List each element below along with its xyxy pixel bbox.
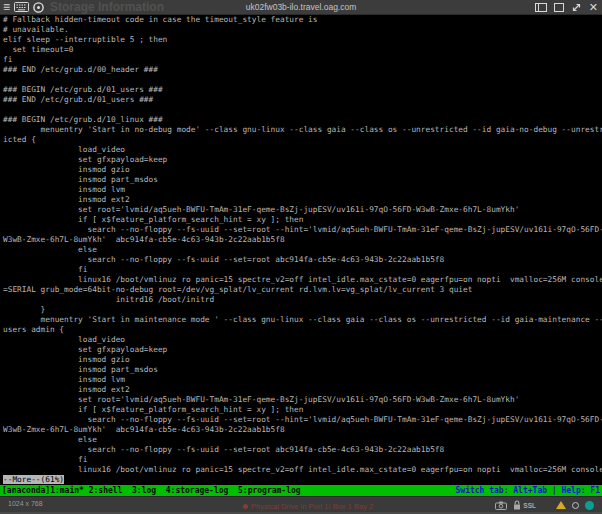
virtual-media-disc-icon[interactable] [33,2,44,13]
tmux-help-hint: Switch tab: Alt+Tab | Help: F1 [456,485,601,496]
terminal-line: if [ x$feature_platform_search_hint = xy… [3,215,602,225]
terminal-line: insmod ext2 [3,195,602,205]
more-prompt-line: --More--(61%) [3,475,602,485]
terminal-line: set gfxpayload=keep [3,345,602,355]
terminal-line: ### END /etc/grub.d/01_users ### [3,95,602,105]
terminal-line: else [3,435,602,445]
terminal-line: insmod part_msdos [3,175,602,185]
terminal-line: insmod lvm [3,375,602,385]
health-status-icon[interactable] [585,501,594,510]
storage-information-watermark: Storage Information [50,0,164,14]
terminal-line: set gfxpayload=keep [3,155,602,165]
title-bar: ≡ Storage Information uk02fw03b-ilo.trav… [0,0,602,15]
warning-triangle-icon[interactable] [556,501,566,509]
sidebar-toggle-icon[interactable] [535,3,547,12]
terminal-line: =SERIAL grub_mode=64bit-no-debug root=/d… [3,285,602,295]
fullscreen-expand-icon[interactable] [571,2,582,13]
tmux-status-bar: [anaconda]1:main* 2:shell 3:log 4:storag… [0,485,602,496]
status-ring-icon[interactable] [572,502,579,509]
terminal-line: W3wB-Zmxe-6h7L-8umYkh' abc914fa-cb5e-4c6… [3,425,602,435]
terminal-line: menuentry 'Start in no-debug mode' --cla… [3,125,602,135]
resolution-label: 1024 x 768 [8,500,43,507]
ssl-label: SSL [523,502,536,509]
terminal-line: fi [3,265,602,275]
terminal-line: users admin { [3,325,602,335]
terminal-line: insmod lvm [3,185,602,195]
terminal-line: linux16 /boot/vmlinuz ro panic=15 spectr… [3,275,602,285]
terminal-line: ### BEGIN /etc/grub.d/01_users ### [3,85,602,95]
terminal-line: icted { [3,135,602,145]
terminal-line: else [3,245,602,255]
drive-status-watermark: Physical Drive in Port 1I Box 1 Bay 2 [243,502,373,511]
console-screen[interactable]: # Fallback hidden-timeout code in case t… [0,15,602,485]
terminal-line: insmod ext2 [3,385,602,395]
terminal-line: fi [3,55,602,65]
keyboard-icon[interactable] [14,2,29,12]
drive-status-text: Physical Drive in Port 1I Box 1 Bay 2 [251,502,373,511]
terminal-line: elif sleep --interruptible 5 ; then [3,35,602,45]
screenshot-camera-icon[interactable] [495,501,507,510]
terminal-line: W3wB-Zmxe-6h7L-8umYkh' abc914fa-cb5e-4c6… [3,235,602,245]
terminal-line: insmod part_msdos [3,365,602,375]
menu-icon[interactable]: ≡ [3,1,10,13]
terminal-line: search --no-floppy --fs-uuid --set=root … [3,415,602,425]
terminal-line [3,75,602,85]
maximize-icon[interactable] [554,3,564,12]
drive-status-dot-icon [243,504,248,509]
more-prompt: --More--(61%) [3,475,64,484]
terminal-line: search --no-floppy --fs-uuid --set=root … [3,255,602,265]
terminal-line: # Fallback hidden-timeout code in case t… [3,15,602,25]
terminal-line: search --no-floppy --fs-uuid --set=root … [3,225,602,235]
terminal-line: menuentry 'Start in maintenance mode ' -… [3,315,602,325]
terminal-lines: # Fallback hidden-timeout code in case t… [3,15,602,475]
terminal-line: insmod gzio [3,165,602,175]
terminal-line: fi [3,455,602,465]
terminal-line [3,105,602,115]
tmux-window-list[interactable]: [anaconda]1:main* 2:shell 3:log 4:storag… [2,485,301,496]
close-icon[interactable]: ✕ [589,2,598,13]
terminal-line: insmod gzio [3,355,602,365]
window-title: uk02fw03b-ilo.travel.oag.com [246,2,357,12]
terminal-line: if [ x$feature_platform_search_hint = xy… [3,405,602,415]
terminal-line: set root='lvmid/aq5ueh-BWFU-TmAm-31eF-qe… [3,205,602,215]
console-status-bar: 1024 x 768 Physical Drive in Port 1I Box… [0,496,602,514]
terminal-line: load_video [3,145,602,155]
terminal-line: # unavailable. [3,25,602,35]
terminal-line: set root='lvmid/aq5ueh-BWFU-TmAm-31eF-qe… [3,395,602,405]
terminal-line: initrd16 /boot/initrd [3,295,602,305]
ssl-status: SSL [513,500,536,510]
terminal-line: search --no-floppy --fs-uuid --set=root … [3,445,602,455]
terminal-line: linux16 /boot/vmlinuz ro panic=15 spectr… [3,465,602,475]
terminal-line: set timeout=0 [3,45,602,55]
terminal-line: ### END /etc/grub.d/00_header ### [3,65,602,75]
terminal-line: } [3,305,602,315]
lock-icon [513,500,521,510]
terminal-line: ### BEGIN /etc/grub.d/10_linux ### [3,115,602,125]
terminal-line: load_video [3,335,602,345]
